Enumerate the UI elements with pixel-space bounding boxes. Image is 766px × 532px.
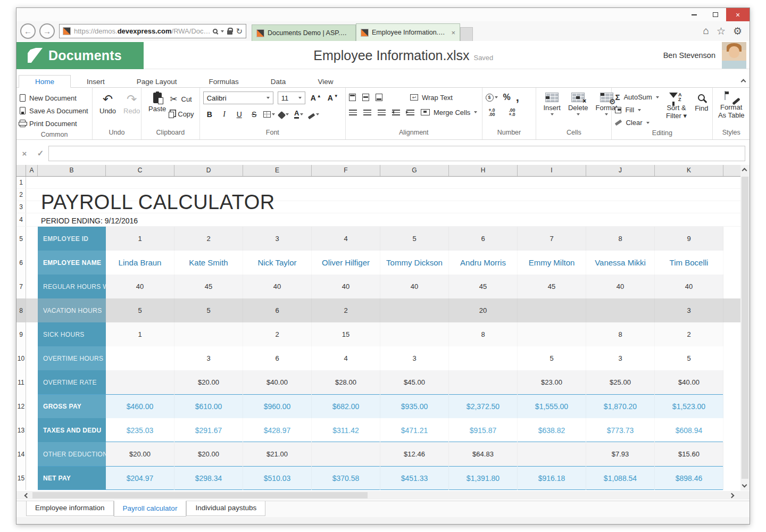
cell-C5[interactable]: 1	[106, 227, 174, 251]
cell-H10[interactable]	[449, 346, 518, 370]
column-header-D[interactable]: D	[174, 165, 243, 176]
row-label-sick-hours[interactable]: SICK HOURS	[38, 322, 106, 346]
cell-K10[interactable]: 5	[655, 346, 723, 370]
cell-I14[interactable]	[518, 442, 586, 466]
row-header-3[interactable]: 3	[16, 201, 26, 213]
cell-F7[interactable]: 40	[312, 275, 380, 298]
ribbon-tab-view[interactable]: View	[302, 75, 349, 88]
cell-G5[interactable]: 5	[380, 227, 449, 251]
cell-E7[interactable]: 40	[243, 275, 312, 298]
browser-tab-employee-information[interactable]: Employee Information.xlsx ×	[356, 23, 460, 41]
cell-F10[interactable]: 4	[312, 346, 380, 370]
cell-H11[interactable]	[449, 370, 518, 394]
insert-cells-button[interactable]: Insert	[539, 92, 564, 128]
cell-J8[interactable]	[586, 298, 655, 322]
decrease-decimal-button[interactable]: .00 +.0	[506, 108, 519, 117]
cell-J15[interactable]: $1,088.54	[586, 466, 655, 490]
row-label-other-deduction[interactable]: OTHER DEDUCTION	[38, 442, 106, 466]
fill-button[interactable]: Fill	[615, 104, 659, 115]
row-header-7[interactable]: 7	[16, 275, 26, 298]
search-icon[interactable]	[213, 29, 218, 34]
delete-cells-button[interactable]: × Delete	[564, 92, 592, 128]
align-bottom-icon[interactable]	[376, 94, 382, 101]
ribbon-collapse-button[interactable]	[742, 76, 745, 86]
cell-A11[interactable]	[26, 370, 38, 394]
row-label-net-pay[interactable]: NET PAY	[38, 466, 106, 490]
print-document-button[interactable]: Print Document	[20, 117, 89, 130]
cell-K15[interactable]: $898.46	[655, 466, 723, 490]
cell-D11[interactable]: $20.00	[174, 370, 243, 394]
sheet-tab-employee-information[interactable]: Employee information	[26, 501, 114, 516]
cell-C9[interactable]: 1	[106, 322, 174, 346]
comma-style-button[interactable]: ,	[516, 95, 519, 100]
clear-button[interactable]: Clear	[615, 117, 659, 128]
cell-C7[interactable]: 40	[106, 275, 174, 298]
forward-button[interactable]: →	[39, 23, 55, 39]
row-label-overtime-hours[interactable]: OVERTIME HOURS	[38, 346, 106, 370]
horizontal-scrollbar[interactable]	[16, 491, 750, 500]
sheet-tab-payroll-calculator[interactable]: Payroll calculator	[114, 501, 187, 517]
ribbon-tab-formulas[interactable]: Formulas	[193, 75, 255, 88]
column-header-C[interactable]: C	[106, 165, 174, 176]
horizontal-scroll-thumb[interactable]	[32, 492, 368, 498]
cell-A10[interactable]	[26, 346, 38, 370]
cell-I5[interactable]: 7	[518, 227, 586, 251]
cell-F5[interactable]: 4	[312, 227, 380, 251]
cell-K12[interactable]: $1,523.00	[655, 394, 723, 418]
cell-E6[interactable]: Nick Taylor	[243, 251, 312, 275]
cell-F8[interactable]: 2	[312, 298, 380, 322]
cell-C10[interactable]	[106, 346, 174, 370]
wrap-text-button[interactable]: ↩Wrap Text	[410, 91, 453, 104]
cell-J12[interactable]: $1,870.20	[586, 394, 655, 418]
cell-G15[interactable]: $451.33	[380, 466, 449, 490]
cell-J5[interactable]: 8	[586, 227, 655, 251]
cell-C15[interactable]: $204.97	[106, 466, 174, 490]
cell-K13[interactable]: $608.94	[655, 418, 723, 442]
window-close-button[interactable]: ×	[726, 8, 750, 21]
font-size-select[interactable]: 11	[278, 92, 305, 104]
cell-I8[interactable]	[518, 298, 586, 322]
cell-H8[interactable]: 20	[449, 298, 518, 322]
cell-G11[interactable]: $45.00	[380, 370, 449, 394]
cell-J11[interactable]: $25.00	[586, 370, 655, 394]
cell-I9[interactable]	[518, 322, 586, 346]
cell-E13[interactable]: $428.97	[243, 418, 312, 442]
cell-I10[interactable]: 5	[518, 346, 586, 370]
cell-A9[interactable]	[26, 322, 38, 346]
row-header-4[interactable]: 4	[16, 213, 26, 226]
grow-font-button[interactable]: A▲	[310, 92, 322, 104]
cell-D8[interactable]: 5	[174, 298, 243, 322]
row-header-6[interactable]: 6	[16, 251, 26, 275]
ribbon-tab-data[interactable]: Data	[255, 75, 302, 88]
chevron-down-icon[interactable]	[221, 30, 224, 32]
cell-K11[interactable]: $40.00	[655, 370, 723, 394]
cell-G7[interactable]: 40	[380, 275, 449, 298]
cell-E9[interactable]: 2	[243, 322, 312, 346]
window-maximize-button[interactable]	[705, 8, 726, 21]
cell-D7[interactable]: 45	[174, 275, 243, 298]
copy-button[interactable]: Copy	[170, 107, 194, 120]
row-header-5[interactable]: 5	[16, 227, 26, 251]
cell-K7[interactable]: 40	[655, 275, 723, 298]
sheet-subtitle-cell[interactable]: PERIOD ENDING: 9/12/2016	[41, 214, 138, 227]
cell-H9[interactable]: 8	[449, 322, 518, 346]
font-family-select[interactable]: Calibri	[203, 92, 273, 104]
row-header-13[interactable]: 13	[16, 418, 26, 442]
row-header-2[interactable]: 2	[16, 189, 26, 201]
cell-G12[interactable]: $935.00	[380, 394, 449, 418]
favorites-star-icon[interactable]: ☆	[717, 25, 726, 37]
column-header-G[interactable]: G	[380, 165, 449, 176]
new-document-button[interactable]: New Document	[20, 92, 89, 104]
column-header-I[interactable]: I	[518, 165, 586, 176]
autosum-button[interactable]: ΣAutoSum	[615, 92, 659, 103]
formula-enter-icon[interactable]: ✓	[32, 148, 48, 158]
row-header-10[interactable]: 10	[16, 346, 26, 370]
align-left-icon[interactable]	[349, 110, 357, 115]
row-label-employee-name[interactable]: EMPLOYEE NAME	[38, 251, 106, 275]
cell-G6[interactable]: Tommy Dickson	[380, 251, 449, 275]
cell-C12[interactable]: $460.00	[106, 394, 174, 418]
column-header-B[interactable]: B	[38, 165, 106, 176]
cell-D12[interactable]: $610.00	[174, 394, 243, 418]
cell-H15[interactable]: $1,391.80	[449, 466, 518, 490]
vertical-scrollbar[interactable]	[740, 165, 750, 491]
